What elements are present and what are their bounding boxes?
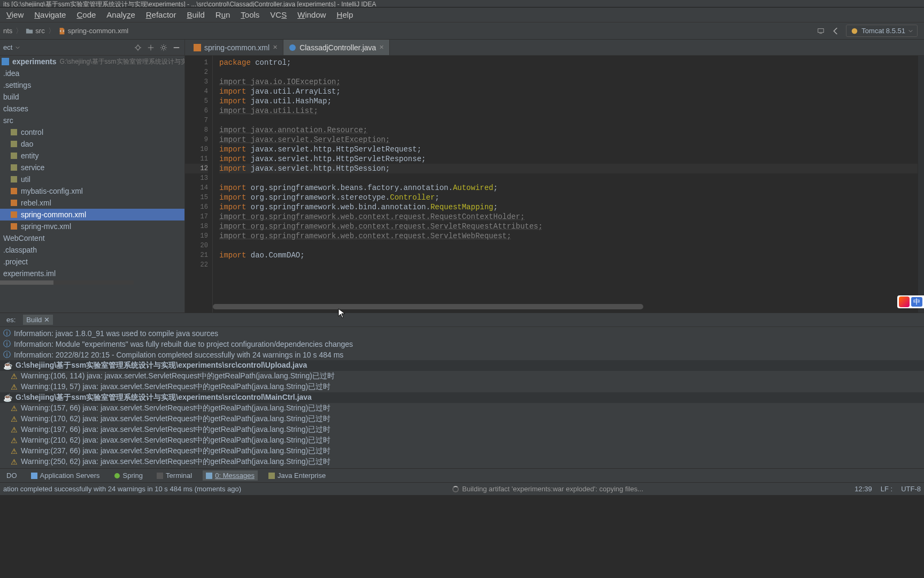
close-icon[interactable]: ✕ <box>273 44 278 51</box>
breadcrumb-item[interactable]: src <box>26 27 44 35</box>
editor-overview-ruler[interactable] <box>918 56 924 313</box>
tw-messages[interactable]: 0: Messages <box>203 470 258 481</box>
tree-item-classes[interactable]: classes <box>0 103 184 115</box>
tree-item-service[interactable]: service <box>0 162 184 173</box>
menu-navigate[interactable]: Navigate <box>30 9 70 20</box>
ime-lang-badge[interactable]: 中 <box>911 297 922 307</box>
back-icon[interactable] <box>831 26 841 36</box>
tree-item-dao[interactable]: dao <box>0 138 184 150</box>
tree-item-project[interactable]: .project <box>0 256 184 268</box>
chevron-down-icon <box>908 29 913 33</box>
menu-view[interactable]: View <box>2 9 28 20</box>
tree-item-settings[interactable]: .settings <box>0 79 184 91</box>
tree-item-control[interactable]: control <box>0 126 184 138</box>
tw-java-ee[interactable]: Java Enterprise <box>265 470 329 481</box>
svg-rect-6 <box>11 141 17 147</box>
editor-tab-active[interactable]: ClassadjController.java ✕ <box>283 40 390 55</box>
menu-code[interactable]: Code <box>72 9 100 20</box>
menu-tools[interactable]: Tools <box>236 9 264 20</box>
status-bar: ation completed successfully with 24 war… <box>0 482 924 495</box>
run-config-selector[interactable]: Tomcat 8.5.51 <box>846 25 918 37</box>
javaee-icon <box>268 473 275 479</box>
svg-rect-9 <box>11 176 17 182</box>
sogou-ime-widget[interactable]: 中 <box>897 295 924 308</box>
tree-item-entity[interactable]: entity <box>0 150 184 162</box>
svg-rect-12 <box>11 211 17 218</box>
editor-hscrollbar[interactable] <box>213 304 896 309</box>
menu-run[interactable]: Run <box>211 9 235 20</box>
tree-item-src[interactable]: src <box>0 115 184 126</box>
message-info[interactable]: ⓘInformation: 2022/8/12 20:15 - Compilat… <box>0 349 924 360</box>
status-encoding[interactable]: UTF-8 <box>901 485 921 493</box>
menu-build[interactable]: Build <box>182 9 209 20</box>
menu-refactor[interactable]: Refactor <box>142 9 181 20</box>
message-info[interactable]: ⓘInformation: Module "experiments" was f… <box>0 339 924 349</box>
java-class-icon <box>289 44 296 51</box>
message-warning[interactable]: ⚠Warning:(237, 66) java: javax.servlet.S… <box>0 446 924 457</box>
tree-item-rebel[interactable]: rebel.xml <box>0 197 184 209</box>
code-area[interactable]: package control; import java.io.IOExcept… <box>213 56 918 313</box>
messages-tab[interactable]: es: <box>3 315 19 325</box>
locate-icon[interactable] <box>133 43 143 52</box>
editor-tab[interactable]: spring-common.xml ✕ <box>188 40 283 55</box>
tree-item-classpath[interactable]: .classpath <box>0 244 184 256</box>
project-hscrollbar[interactable] <box>0 280 134 285</box>
message-file-header[interactable]: ☕G:\shejiing\基于ssm实验室管理系统设计与实现\experimen… <box>0 392 924 403</box>
tree-item-build[interactable]: build <box>0 91 184 103</box>
tw-terminal[interactable]: Terminal <box>153 470 195 481</box>
messages-tab-build[interactable]: Build ✕ <box>23 315 53 325</box>
svg-rect-18 <box>157 473 163 479</box>
hide-icon[interactable] <box>172 43 181 52</box>
menu-vcs[interactable]: VCS <box>266 9 291 20</box>
sogou-logo-icon <box>899 296 910 307</box>
status-caret-pos[interactable]: 12:39 <box>854 485 872 493</box>
gear-icon[interactable] <box>159 43 168 52</box>
menu-help[interactable]: Help <box>333 9 358 20</box>
tree-item-spring-mvc[interactable]: spring-mvc.xml <box>0 220 184 232</box>
tree-item-spring-common[interactable]: spring-common.xml <box>0 209 184 220</box>
message-warning[interactable]: ⚠Warning:(119, 57) java: javax.servlet.S… <box>0 382 924 392</box>
editor-body[interactable]: 12345678910111213141516171819202122 pack… <box>185 56 924 313</box>
tw-app-servers[interactable]: Application Servers <box>28 470 103 481</box>
warning-icon: ⚠ <box>11 436 18 445</box>
messages-list[interactable]: ⓘInformation: javac 1.8.0_91 was used to… <box>0 327 924 468</box>
close-icon[interactable]: ✕ <box>379 44 384 51</box>
tree-item-util[interactable]: util <box>0 173 184 185</box>
menu-analyze[interactable]: Analyze <box>102 9 139 20</box>
line-gutter: 12345678910111213141516171819202122 <box>185 56 213 313</box>
info-icon: ⓘ <box>3 339 11 349</box>
status-line-sep[interactable]: LF : <box>881 485 892 493</box>
tree-item-iml[interactable]: experiments.iml <box>0 268 184 279</box>
monitor-icon[interactable] <box>816 26 826 36</box>
close-icon[interactable]: ✕ <box>44 316 50 324</box>
status-progress[interactable]: Building artifact 'experiments:war explo… <box>452 485 643 493</box>
messages-icon <box>206 473 212 479</box>
message-warning[interactable]: ⚠Warning:(170, 62) java: javax.servlet.S… <box>0 414 924 424</box>
breadcrumb-item[interactable]: spring-common.xml <box>58 27 128 35</box>
menu-window[interactable]: Window <box>293 9 330 20</box>
tw-todo[interactable]: DO <box>3 470 20 481</box>
svg-rect-14 <box>194 44 201 51</box>
message-warning[interactable]: ⚠Warning:(106, 114) java: javax.servlet.… <box>0 371 924 382</box>
project-view-label[interactable]: ect <box>3 43 12 51</box>
chevron-down-icon[interactable] <box>16 45 20 50</box>
message-file-header[interactable]: ☕G:\shejiing\基于ssm实验室管理系统设计与实现\experimen… <box>0 360 924 371</box>
collapse-icon[interactable] <box>146 43 156 52</box>
message-warning[interactable]: ⚠Warning:(250, 62) java: javax.servlet.S… <box>0 457 924 467</box>
tw-spring[interactable]: Spring <box>111 470 147 481</box>
package-icon <box>10 128 18 136</box>
breadcrumb-item[interactable]: nts <box>3 27 12 35</box>
message-warning[interactable]: ⚠Warning:(157, 66) java: javax.servlet.S… <box>0 403 924 414</box>
tree-item-idea[interactable]: .idea <box>0 67 184 79</box>
message-warning[interactable]: ⚠Warning:(197, 66) java: javax.servlet.S… <box>0 424 924 435</box>
tree-root[interactable]: experiments G:\shejiing\基于ssm实验室管理系统设计与实… <box>0 56 184 67</box>
tree-item-mybatis[interactable]: mybatis-config.xml <box>0 185 184 197</box>
run-config-label: Tomcat 8.5.51 <box>861 27 905 35</box>
message-info[interactable]: ⓘInformation: javac 1.8.0_91 was used to… <box>0 328 924 339</box>
project-tree[interactable]: experiments G:\shejiing\基于ssm实验室管理系统设计与实… <box>0 56 184 313</box>
messages-tabs: es: Build ✕ <box>0 313 924 327</box>
svg-rect-16 <box>31 473 37 479</box>
package-icon <box>10 175 18 184</box>
tree-item-webcontent[interactable]: WebContent <box>0 232 184 244</box>
message-warning[interactable]: ⚠Warning:(210, 62) java: javax.servlet.S… <box>0 435 924 446</box>
